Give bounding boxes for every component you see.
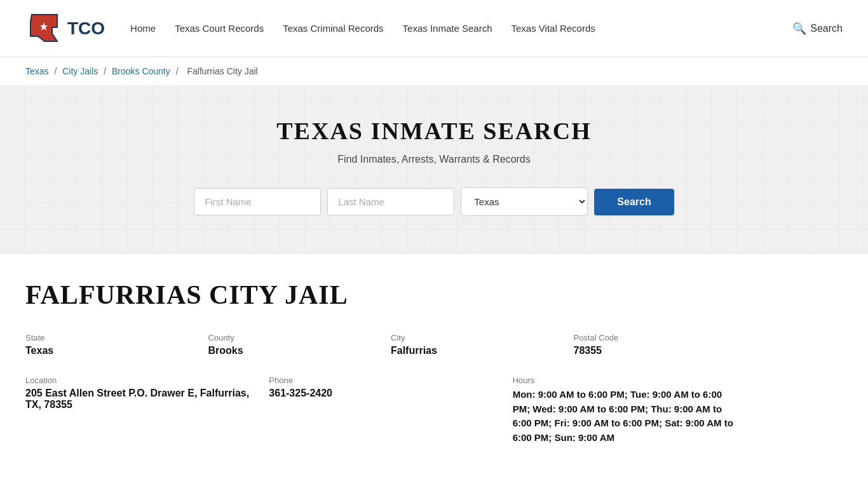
jail-title: FALFURRIAS CITY JAIL <box>25 280 737 310</box>
postal-info: Postal Code 78355 <box>574 333 738 356</box>
state-select[interactable]: Texas Alabama Alaska Arizona Arkansas Ca… <box>461 187 588 216</box>
first-name-input[interactable] <box>194 188 321 215</box>
breadcrumb-sep-3: / <box>176 66 181 76</box>
county-value: Brooks <box>208 345 372 356</box>
county-info: County Brooks <box>208 333 372 356</box>
nav-inmate-search[interactable]: Texas Inmate Search <box>403 22 492 35</box>
county-label: County <box>208 333 372 342</box>
location-label: Location <box>25 376 250 385</box>
breadcrumb-current: Falfurrias City Jail <box>187 66 257 76</box>
phone-value: 361-325-2420 <box>269 388 493 399</box>
hours-info: Hours Mon: 9:00 AM to 6:00 PM; Tue: 9:00… <box>513 376 737 445</box>
location-info: Location 205 East Allen Street P.O. Draw… <box>25 376 250 445</box>
search-button[interactable]: Search <box>594 189 674 215</box>
nav-search[interactable]: 🔍 Search <box>792 22 843 36</box>
logo-text: TCO <box>67 18 105 39</box>
state-info: State Texas <box>25 333 189 356</box>
city-value: Falfurrias <box>391 345 555 356</box>
hero-title: TEXAS INMATE SEARCH <box>13 117 855 145</box>
postal-label: Postal Code <box>574 333 738 342</box>
location-value: 205 East Allen Street P.O. Drawer E, Fal… <box>25 388 250 410</box>
breadcrumb-sep-2: / <box>104 66 109 76</box>
search-form: Texas Alabama Alaska Arizona Arkansas Ca… <box>13 187 855 216</box>
logo-icon <box>25 10 64 48</box>
logo[interactable]: TCO <box>25 10 105 48</box>
hours-label: Hours <box>513 376 737 385</box>
postal-value: 78355 <box>574 345 738 356</box>
nav-search-label: Search <box>810 23 843 34</box>
nav-criminal-records[interactable]: Texas Criminal Records <box>283 22 383 35</box>
hero-section: TEXAS INMATE SEARCH Find Inmates, Arrest… <box>0 85 868 254</box>
breadcrumb-sep-1: / <box>54 66 59 76</box>
hero-subtitle: Find Inmates, Arrests, Warrants & Record… <box>13 154 855 165</box>
header: TCO Home Texas Court Records Texas Crimi… <box>0 0 868 57</box>
phone-info: Phone 361-325-2420 <box>269 376 493 445</box>
state-value: Texas <box>25 345 189 356</box>
city-label: City <box>391 333 555 342</box>
city-info: City Falfurrias <box>391 333 555 356</box>
state-label: State <box>25 333 189 342</box>
phone-label: Phone <box>269 376 493 385</box>
search-icon: 🔍 <box>792 22 806 36</box>
hours-value: Mon: 9:00 AM to 6:00 PM; Tue: 9:00 AM to… <box>513 388 737 445</box>
nav-vital-records[interactable]: Texas Vital Records <box>511 22 595 35</box>
nav-home[interactable]: Home <box>130 22 156 35</box>
main-content: FALFURRIAS CITY JAIL State Texas County … <box>0 254 763 483</box>
info-grid: State Texas County Brooks City Falfurria… <box>25 333 737 356</box>
breadcrumb: Texas / City Jails / Brooks County / Fal… <box>0 57 868 85</box>
main-nav: Home Texas Court Records Texas Criminal … <box>130 22 843 36</box>
last-name-input[interactable] <box>327 188 454 215</box>
breadcrumb-texas[interactable]: Texas <box>25 66 49 76</box>
nav-court-records[interactable]: Texas Court Records <box>175 22 264 35</box>
breadcrumb-brooks-county[interactable]: Brooks County <box>112 66 170 76</box>
breadcrumb-city-jails[interactable]: City Jails <box>62 66 98 76</box>
info-grid-2: Location 205 East Allen Street P.O. Draw… <box>25 376 737 445</box>
